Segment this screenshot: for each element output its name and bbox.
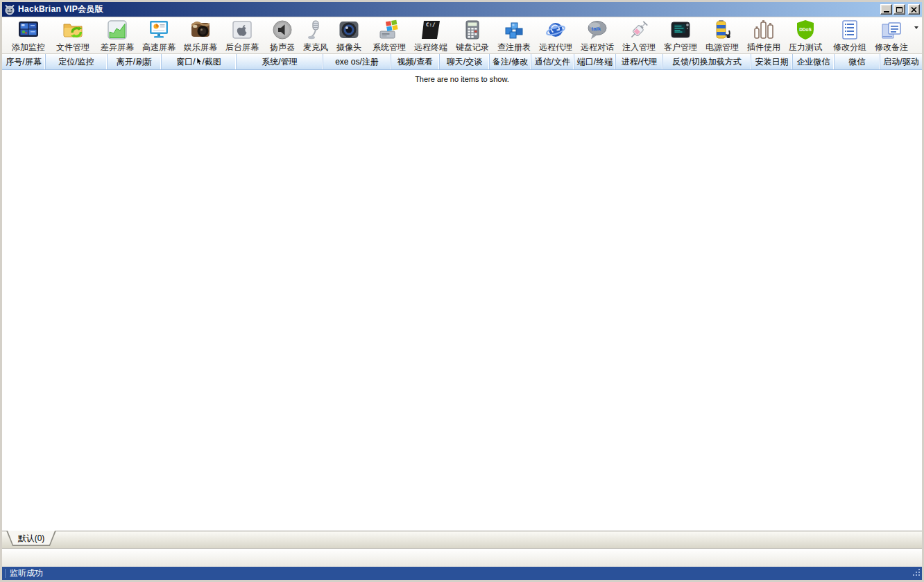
toolbar-button-label: 远程终端 <box>414 42 447 53</box>
main-toolbar: 添加监控 文件管理 差异屏幕 <box>2 17 922 54</box>
column-header-boot-driver[interactable]: 启动/驱动 <box>880 54 922 69</box>
tab-label: 日志信息 <box>0 552 22 564</box>
column-header-install-date[interactable]: 安装日期 <box>751 54 793 69</box>
column-label: 聊天/交谈 <box>447 56 482 68</box>
column-header-process-proxy[interactable]: 进程/代理 <box>616 54 663 69</box>
terminal-icon-text: C:/ <box>426 22 436 28</box>
microphone-button[interactable]: 麦克风 <box>299 17 332 54</box>
edit-note-button[interactable]: 修改备注 <box>871 17 912 54</box>
column-header-system-manage[interactable]: 系统/管理 <box>237 54 323 69</box>
fast-screen-icon <box>148 19 170 41</box>
remote-chat-button[interactable]: talk 远程对话 <box>576 17 618 54</box>
column-header-exe-os-register[interactable]: exe os/注册 <box>323 54 391 69</box>
column-label: 序号/屏幕 <box>6 56 41 68</box>
column-label: 视频/查看 <box>397 56 433 68</box>
toolbar-button-label: 注入管理 <box>622 42 656 53</box>
column-label: 端口/终端 <box>577 56 613 68</box>
column-header-window-screenshot[interactable]: 窗口/ /截图 <box>162 54 237 69</box>
minimize-button[interactable] <box>880 4 892 15</box>
bottom-tab-bar: 首页列表 屏幕监控 日志信息 插件管理 客户生成 压力测试 系统统计 <box>2 548 922 567</box>
add-monitor-icon <box>17 19 40 41</box>
toolbar-button-label: 系统管理 <box>373 42 406 53</box>
remote-proxy-button[interactable]: 远程代理 <box>535 17 576 54</box>
app-window: HackBrian VIP会员版 添加监控 <box>0 0 924 582</box>
status-text: 监听成功 <box>10 567 43 579</box>
column-header-chat-talk[interactable]: 聊天/交谈 <box>440 54 490 69</box>
background-screen-icon <box>231 19 253 41</box>
titlebar[interactable]: HackBrian VIP会员版 <box>2 2 922 17</box>
add-monitor-button[interactable]: 添加监控 <box>8 17 49 54</box>
column-label: 离开/刷新 <box>117 56 152 68</box>
file-manager-button[interactable]: 文件管理 <box>52 17 94 54</box>
maximize-button[interactable] <box>893 4 905 15</box>
column-label: 企业微信 <box>797 56 830 68</box>
group-tab-default[interactable]: 默认(0) <box>6 531 56 546</box>
ddos-icon-text: DDoS <box>799 26 812 31</box>
speaker-button[interactable]: 扬声器 <box>266 17 299 54</box>
fast-screen-button[interactable]: 高速屏幕 <box>138 17 180 54</box>
column-header-locate-monitor[interactable]: 定位/监控 <box>46 54 108 69</box>
edit-group-button[interactable]: 修改分组 <box>829 17 871 54</box>
column-header-wecom[interactable]: 企业微信 <box>793 54 835 69</box>
toolbar-button-label: 差异屏幕 <box>101 42 134 53</box>
resize-grip-icon[interactable] <box>912 567 921 579</box>
column-label: 进程/代理 <box>622 56 657 68</box>
column-header-wechat[interactable]: 微信 <box>835 54 880 69</box>
toolbar-button-label: 修改备注 <box>875 42 908 53</box>
toolbar-button-label: 高速屏幕 <box>142 42 176 53</box>
toolbar-button-label: 摄像头 <box>336 42 361 53</box>
column-header-feedback-load-mode[interactable]: 反馈/切换加载方式 <box>663 54 751 69</box>
keylogger-button[interactable]: 键盘记录 <box>452 17 493 54</box>
toolbar-button-label: 查注册表 <box>497 42 531 53</box>
tab-label: 压力测试 <box>0 552 5 564</box>
inject-manage-button[interactable]: 注入管理 <box>618 17 660 54</box>
tab-label: 客户生成 <box>0 552 10 564</box>
toolbar-button-label: 远程对话 <box>581 42 614 53</box>
stress-test-button[interactable]: DDoS 压力测试 <box>785 17 826 54</box>
tab-label: 屏幕监控 <box>0 552 27 564</box>
statusbar-grip <box>5 569 6 578</box>
chevron-down-icon <box>914 26 918 41</box>
close-button[interactable] <box>908 4 920 15</box>
column-label: 窗口/ <box>176 56 195 68</box>
registry-icon <box>503 19 525 41</box>
column-header-port-terminal[interactable]: 端口/终端 <box>574 54 616 69</box>
power-manage-button[interactable]: 电源管理 <box>701 17 743 54</box>
status-bar: 监听成功 <box>2 567 922 580</box>
diff-screen-button[interactable]: 差异屏幕 <box>96 17 138 54</box>
column-label: 备注/修改 <box>493 56 528 68</box>
toolbar-button-label: 插件使用 <box>747 42 780 53</box>
column-label: 系统/管理 <box>262 56 297 68</box>
keylogger-icon <box>461 19 484 41</box>
toolbar-button-label: 麦克风 <box>303 42 328 53</box>
plugin-use-button[interactable]: 插件使用 <box>743 17 785 54</box>
column-header-video-view[interactable]: 视频/查看 <box>391 54 440 69</box>
system-manage-button[interactable]: 系统管理 <box>368 17 410 54</box>
remote-chat-icon: talk <box>586 19 608 41</box>
column-header-comm-file[interactable]: 通信/文件 <box>531 54 574 69</box>
toolbar-button-label: 电源管理 <box>705 42 739 53</box>
toolbar-overflow-button[interactable] <box>912 26 921 44</box>
background-screen-button[interactable]: 后台屏幕 <box>221 17 263 54</box>
column-header-index-screen[interactable]: 序号/屏幕 <box>2 54 46 69</box>
remote-terminal-icon: C:/ <box>420 19 442 41</box>
client-manage-button[interactable]: 客户管理 <box>660 17 701 54</box>
webcam-button[interactable]: 摄像头 <box>332 17 366 54</box>
client-list-area[interactable]: There are no items to show. <box>2 70 922 531</box>
column-header-away-refresh[interactable]: 离开/刷新 <box>108 54 162 69</box>
system-manage-icon <box>378 19 400 41</box>
column-label: 反馈/切换加载方式 <box>672 56 741 68</box>
registry-button[interactable]: 查注册表 <box>493 17 535 54</box>
column-header-remark-modify[interactable]: 备注/修改 <box>490 54 531 69</box>
mouse-cursor-icon <box>196 58 202 66</box>
fun-screen-icon <box>189 19 212 41</box>
remote-terminal-button[interactable]: C:/ 远程终端 <box>410 17 452 54</box>
speaker-icon <box>271 19 293 41</box>
group-tab-label: 默认(0) <box>18 533 45 545</box>
close-icon <box>911 7 917 12</box>
edit-group-icon <box>839 19 861 41</box>
column-label: exe os/注册 <box>335 56 379 68</box>
fun-screen-button[interactable]: 娱乐屏幕 <box>180 17 221 54</box>
group-tab-strip: 默认(0) <box>2 531 922 548</box>
tab-label: 首页列表 <box>0 552 33 564</box>
